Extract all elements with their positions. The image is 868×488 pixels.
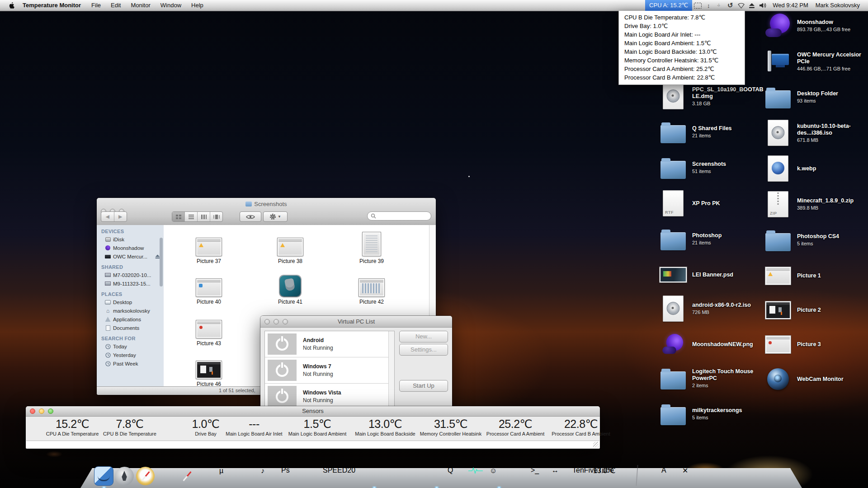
desktop-icon-minecraft-zip[interactable]: ZIP Minecraft_1.8.9_0.zip389.8 MB: [764, 190, 868, 218]
desktop-icon-ppc-dmg[interactable]: PPC_SL_10a190_BOOTABLE.dmg3.18 GB: [659, 82, 763, 110]
file-picture-42[interactable]: Picture 42: [335, 271, 408, 305]
sidebar-item-desktop[interactable]: Desktop: [97, 298, 164, 306]
folder-proxy-icon[interactable]: [245, 202, 252, 206]
eject-menu-extra[interactable]: [746, 0, 757, 11]
dock-teamviewer[interactable]: ↔: [552, 466, 571, 486]
new-vm-button[interactable]: New...: [399, 331, 448, 343]
temp-reading[interactable]: Drive Bay: 1.0℃: [619, 22, 745, 30]
sidebar-item-owc[interactable]: OWC Mercur...: [97, 252, 164, 261]
temp-reading[interactable]: Main Logic Board Ambient: 1.5℃: [619, 39, 745, 47]
resize-grip[interactable]: [593, 442, 599, 447]
temp-reading[interactable]: CPU B Die Temperature: 7.8℃: [619, 13, 745, 22]
sidebar-item-past-week[interactable]: Past Week: [97, 359, 164, 368]
desktop-icon-milkytrackersongs[interactable]: milkytrackersongs5 items: [659, 400, 763, 428]
dock-tenfivetube[interactable]: TenFiveTube: [572, 466, 592, 486]
dock-utilities-folder[interactable]: ✕: [682, 466, 702, 486]
sidebar-item-yesterday[interactable]: Yesterday: [97, 351, 164, 359]
dock-folder[interactable]: [614, 466, 633, 486]
virtual-pc-list-window[interactable]: Virtual PC List AndroidNot Running Windo…: [260, 316, 452, 410]
temp-reading[interactable]: Memory Controller Heatsink: 31.5℃: [619, 56, 745, 65]
forward-button[interactable]: ▶: [114, 212, 127, 221]
menu-file[interactable]: File: [86, 0, 106, 11]
desktop-icon-moonshadow-volume[interactable]: Moonshadow893.78 GB,...43 GB free: [764, 12, 868, 40]
icon-view-button[interactable]: [172, 212, 185, 221]
dock-boxes-app[interactable]: [364, 466, 384, 486]
airport-menu-extra[interactable]: [736, 0, 746, 11]
desktop-icon-lei-banner[interactable]: LEI Banner.psd: [659, 261, 763, 289]
dock-firefox[interactable]: [156, 466, 176, 486]
menu-user[interactable]: Mark Sokolovsky: [813, 0, 863, 11]
volume-menu-extra[interactable]: [757, 0, 768, 11]
desktop-icon-owc-mercury[interactable]: OWC Mercury Accelsior PCIe446.86 GB,...7…: [764, 47, 868, 75]
temp-reading[interactable]: Processor Card B Ambient: 22.8℃: [619, 73, 745, 82]
temp-reading[interactable]: Main Logic Board Backside: 13.0℃: [619, 47, 745, 56]
dock-spaces[interactable]: [198, 466, 217, 486]
file-picture-46[interactable]: Picture 46: [173, 353, 245, 387]
back-button[interactable]: ◀: [101, 212, 114, 221]
dock-text-file[interactable]: [745, 466, 764, 486]
sensors-titlebar[interactable]: Sensors: [26, 406, 600, 417]
desktop-icon-desktop-folder[interactable]: Desktop Folder93 items: [764, 83, 868, 111]
sidebar-item-m9[interactable]: M9-111323-15...: [97, 279, 164, 288]
desktop-icon-photoshop-cs4[interactable]: Photoshop CS45 items: [764, 226, 868, 254]
dock-safari[interactable]: [177, 466, 197, 486]
dock-disk-utility[interactable]: [344, 466, 363, 486]
selection-menu-extra[interactable]: [692, 0, 703, 11]
sensors-window[interactable]: Sensors 15.2℃CPU A Die Temperature 7.8℃C…: [26, 406, 600, 449]
temperature-menu-extra[interactable]: CPU A: 15.2℃: [645, 0, 692, 11]
desktop-icon-xp-pro-pk[interactable]: RTF XP Pro PK: [659, 189, 763, 217]
dock-documents-folder[interactable]: [724, 466, 743, 486]
sidebar-item-idisk[interactable]: iDisk: [97, 235, 164, 244]
back-forward-buttons[interactable]: ◀▶: [101, 211, 127, 222]
dock-keynote[interactable]: [385, 466, 405, 486]
settings-button[interactable]: Settings...: [399, 344, 448, 356]
vm-list-scrollbar[interactable]: [388, 331, 394, 409]
dock-q-emulator[interactable]: Q: [448, 466, 467, 486]
dock-terminal[interactable]: >_: [531, 466, 550, 486]
sidebar-item-m7[interactable]: M7-032020-10...: [97, 271, 164, 279]
dock-time-machine[interactable]: [240, 466, 259, 486]
desktop-icon-kubuntu-iso[interactable]: kubuntu-10.10-beta-des...i386.iso671.8 M…: [764, 119, 868, 147]
dock-speed-download[interactable]: SPEED20: [323, 466, 342, 486]
file-picture-37[interactable]: Picture 37: [173, 230, 245, 265]
menu-monitor[interactable]: Monitor: [126, 0, 155, 11]
column-view-button[interactable]: [198, 212, 210, 221]
sidebar-item-today[interactable]: Today: [97, 342, 164, 351]
desktop-icon-logitech-folder[interactable]: Logitech Touch Mouse PowerPC2 items: [659, 364, 763, 392]
vm-row-android[interactable]: AndroidNot Running: [265, 331, 394, 357]
list-view-button[interactable]: [185, 212, 198, 221]
desktop-icon-moonshadownew-png[interactable]: MoonshadowNEW.png: [659, 330, 763, 358]
desktop-icon-picture3[interactable]: Picture 3: [764, 330, 868, 358]
dock-ink-pen-app[interactable]: [406, 466, 425, 486]
dock-safari-classic[interactable]: [136, 466, 155, 486]
dock-photoshop[interactable]: Ps: [281, 466, 301, 486]
temp-reading[interactable]: Processor Card A Ambient: 25.2℃: [619, 65, 745, 73]
menu-app-name[interactable]: Temperature Monitor: [17, 0, 86, 11]
dock-chart-app[interactable]: [427, 466, 446, 486]
displays-menu-extra[interactable]: ↕: [703, 0, 714, 11]
sidebar-scrollbar[interactable]: [160, 238, 163, 286]
desktop-icon-k-webp[interactable]: k.webp: [764, 155, 868, 183]
dock-activity-monitor[interactable]: [468, 466, 488, 486]
coverflow-view-button[interactable]: [210, 212, 222, 221]
desktop-icon-android-iso[interactable]: android-x86-9.0-r2.iso726 MB: [659, 295, 763, 323]
file-picture-43[interactable]: Picture 43: [173, 313, 245, 347]
file-picture-39[interactable]: Picture 39: [335, 230, 408, 265]
desktop-icon-picture2[interactable]: Picture 2: [764, 296, 868, 324]
dock-screen-sharing[interactable]: [510, 466, 529, 486]
dock-discord[interactable]: ☺: [489, 466, 509, 486]
move-menu-extra[interactable]: [714, 0, 725, 11]
desktop-icon-webcam-monitor[interactable]: WebCam Monitor: [764, 365, 868, 393]
dock-utorrent[interactable]: µ: [219, 466, 238, 486]
vpc-titlebar[interactable]: Virtual PC List: [260, 316, 452, 328]
vm-row-windows7[interactable]: Windows 7Not Running: [265, 357, 394, 384]
dock-applications-folder[interactable]: A: [661, 466, 681, 486]
desktop-icon-photoshop-folder[interactable]: Photoshop21 items: [659, 225, 763, 253]
desktop-icon-screenshots[interactable]: Screenshots51 items: [659, 154, 763, 182]
dock-tools-folder[interactable]: [703, 466, 722, 486]
apple-menu[interactable]: [6, 0, 17, 11]
dock-launchpad[interactable]: [115, 466, 134, 486]
dock-finder[interactable]: [94, 466, 113, 486]
sidebar-item-documents[interactable]: Documents: [97, 324, 164, 332]
dock-document[interactable]: [641, 466, 660, 486]
